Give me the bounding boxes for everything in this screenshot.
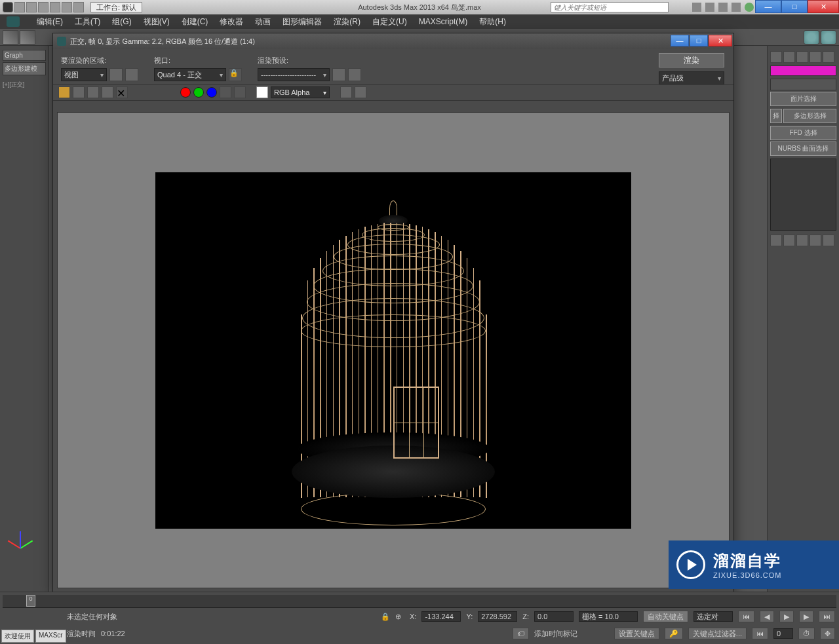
unique-icon[interactable] (796, 235, 808, 246)
alpha-channel-toggle[interactable] (220, 86, 231, 98)
isolate-icon[interactable]: ⊕ (395, 613, 404, 621)
new-icon[interactable] (14, 2, 25, 12)
setkey-button[interactable]: 设置关键点 (614, 628, 659, 639)
show-result-icon[interactable] (783, 235, 795, 246)
unlink-icon[interactable] (20, 30, 35, 45)
toggle-ui-overlay-icon[interactable] (340, 86, 352, 98)
favorites-icon[interactable] (732, 3, 741, 12)
left-graph-label[interactable]: Graph (3, 50, 46, 61)
copy-image-icon[interactable] (73, 86, 85, 98)
render-setup-icon-small[interactable] (332, 68, 345, 81)
viewport-lock-icon[interactable]: 🔒 (229, 68, 242, 81)
save-icon[interactable] (38, 2, 49, 12)
object-color-swatch[interactable] (770, 66, 836, 76)
autokey-button[interactable]: 自动关键点 (643, 611, 688, 622)
search-icon[interactable] (692, 3, 701, 12)
render-minimize-button[interactable]: — (671, 35, 689, 47)
x-coord-field[interactable]: -133.244 (421, 611, 461, 622)
selected-field[interactable]: 选定对 (693, 611, 733, 622)
maximize-button[interactable]: □ (781, 0, 808, 13)
clone-rfw-icon[interactable] (87, 86, 99, 98)
close-button[interactable]: ✕ (808, 0, 839, 13)
modifier-stack[interactable] (770, 159, 836, 231)
menu-customize[interactable]: 自定义(U) (372, 16, 407, 28)
z-coord-field[interactable]: 0.0 (534, 611, 574, 622)
playback-start-icon[interactable]: ⏮ (738, 611, 754, 622)
timeline-frame-marker[interactable]: 0 (26, 595, 35, 607)
render-button[interactable]: 渲染 (659, 53, 724, 67)
keyfilter-button[interactable]: 关键点过滤器... (688, 628, 747, 639)
welcome-tab[interactable]: 欢迎使用 (1, 630, 34, 643)
timeline-slider[interactable]: 0 (3, 595, 836, 608)
menu-rendering[interactable]: 渲染(R) (334, 16, 361, 28)
render-mode-select[interactable]: 产品级 (659, 71, 724, 85)
toggle-ui-frame-icon[interactable] (355, 86, 366, 98)
polygon-select-button[interactable]: 多边形选择 (783, 109, 836, 123)
viewport-select[interactable]: Quad 4 - 正交 (154, 68, 226, 81)
menu-grapheditors[interactable]: 图形编辑器 (283, 16, 322, 28)
goto-start-icon[interactable]: ⏮ (752, 628, 768, 639)
ffd-select-button[interactable]: FFD 选择 (770, 126, 836, 140)
channel-display-select[interactable]: RGB Alpha (271, 86, 330, 98)
background-color-swatch[interactable] (256, 86, 268, 98)
help-search-input[interactable] (551, 2, 669, 12)
patch-select-button[interactable]: 面片选择 (770, 92, 836, 106)
time-tag-icon[interactable]: 🏷 (513, 628, 529, 639)
playback-end-icon[interactable]: ⏭ (819, 611, 835, 622)
y-coord-field[interactable]: 2728.592 (478, 611, 517, 622)
pin-stack-icon[interactable] (770, 235, 782, 246)
save-image-icon[interactable] (58, 86, 70, 98)
render-window-titlebar[interactable]: 正交, 帧 0, 显示 Gamma: 2.2, RGBA 颜色 16 位/通道 … (53, 33, 733, 49)
add-time-marker-label[interactable]: 添加时间标记 (534, 629, 577, 639)
clear-icon[interactable]: ✕ (116, 86, 128, 98)
remove-mod-icon[interactable] (810, 235, 821, 246)
select-suffix-button[interactable]: 择 (770, 109, 782, 123)
modifier-list-dropdown[interactable] (770, 79, 836, 90)
mono-toggle[interactable] (234, 86, 246, 98)
region-edit-icon[interactable] (109, 68, 123, 81)
exchange-icon[interactable] (718, 3, 728, 12)
maxscript-tab[interactable]: MAXScr (35, 630, 66, 643)
red-channel-toggle[interactable] (180, 87, 191, 98)
lock-selection-icon[interactable]: 🔒 (381, 613, 390, 621)
display-tab-icon[interactable] (823, 51, 834, 63)
app-menu-icon[interactable] (3, 2, 13, 12)
time-config-icon[interactable]: ⏱ (798, 628, 815, 639)
render-production-icon[interactable] (821, 30, 836, 45)
nurbs-select-button[interactable]: NURBS 曲面选择 (770, 142, 836, 156)
menu-group[interactable]: 组(G) (112, 16, 131, 28)
select-link-icon[interactable] (3, 30, 18, 45)
minimize-button[interactable]: — (755, 0, 781, 13)
menu-edit[interactable]: 编辑(E) (37, 16, 63, 28)
render-maximize-button[interactable]: □ (690, 35, 708, 47)
playback-prev-icon[interactable]: ◀ (760, 611, 774, 622)
configure-icon[interactable] (823, 235, 834, 246)
key-icon[interactable]: 🔑 (665, 628, 683, 639)
viewport-nav-icon[interactable]: ✥ (820, 628, 835, 639)
app-icon[interactable] (7, 16, 20, 27)
blue-channel-toggle[interactable] (206, 87, 217, 98)
menu-maxscript[interactable]: MAXScript(M) (419, 17, 468, 26)
menu-animation[interactable]: 动画 (255, 16, 271, 28)
render-setup-icon[interactable] (804, 30, 819, 45)
render-region-select[interactable]: 视图 (61, 68, 107, 81)
environment-icon[interactable] (348, 68, 361, 81)
link-icon[interactable] (73, 2, 84, 12)
create-tab-icon[interactable] (770, 51, 782, 63)
print-icon[interactable] (102, 86, 113, 98)
region-auto-icon[interactable] (125, 68, 138, 81)
motion-tab-icon[interactable] (810, 51, 821, 63)
open-icon[interactable] (26, 2, 37, 12)
modify-tab-icon[interactable] (783, 51, 795, 63)
menu-tools[interactable]: 工具(T) (75, 16, 100, 28)
playback-play-icon[interactable]: ▶ (779, 611, 794, 622)
render-close-button[interactable]: ✕ (709, 35, 732, 47)
render-preset-select[interactable]: ----------------------- (258, 68, 330, 81)
hierarchy-tab-icon[interactable] (796, 51, 808, 63)
menu-modifiers[interactable]: 修改器 (220, 16, 243, 28)
redo-icon[interactable] (62, 2, 72, 12)
signin-icon[interactable] (705, 3, 714, 12)
menu-create[interactable]: 创建(C) (182, 16, 208, 28)
left-polymodel-label[interactable]: 多边形建模 (3, 62, 46, 75)
menu-help[interactable]: 帮助(H) (479, 16, 506, 28)
